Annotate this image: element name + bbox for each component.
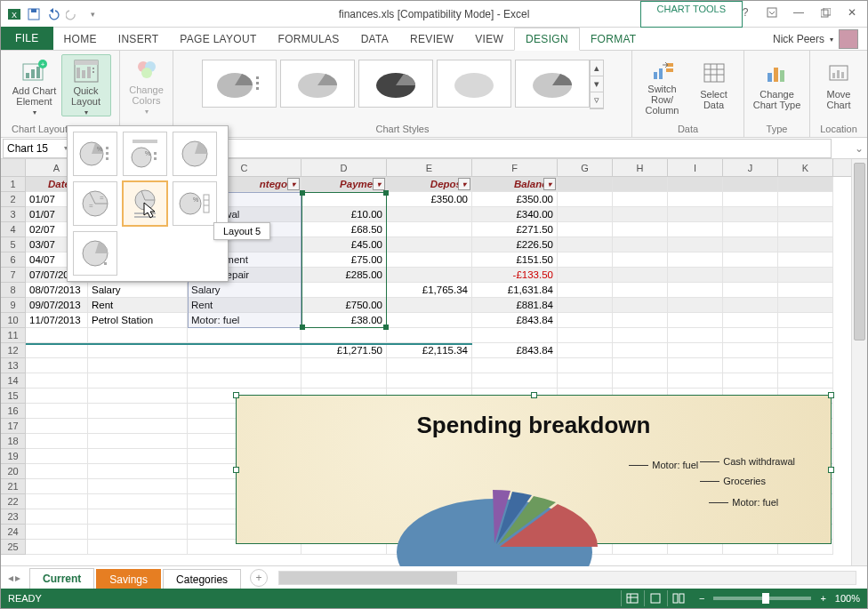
filter-dropdown-icon[interactable]: ▾ [458,178,470,190]
formula-bar-expand-icon[interactable]: ⌄ [851,142,867,155]
row-header[interactable]: 7 [1,268,26,283]
filter-dropdown-icon[interactable]: ▾ [373,178,385,190]
row-header[interactable]: 9 [1,298,26,313]
col-H[interactable]: H [613,159,668,176]
tab-view[interactable]: VIEW [464,28,514,50]
layout-option-6[interactable]: % [173,181,217,226]
row-header[interactable]: 2 [1,192,26,207]
select-data-button[interactable]: Select Data [689,54,739,116]
quick-layout-dropdown[interactable]: % % == % Layout 5 [67,125,229,282]
save-icon[interactable] [26,6,42,22]
view-buttons[interactable] [621,590,690,606]
tab-insert[interactable]: INSERT [108,28,170,50]
styles-scroll[interactable]: ▴▾▿ [590,60,604,109]
zoom-in-button[interactable]: + [820,593,825,604]
zoom-level[interactable]: 100% [835,593,860,604]
qat-dropdown-icon[interactable]: ▾ [84,6,100,22]
row-header[interactable]: 15 [1,389,26,404]
row-header[interactable]: 16 [1,404,26,419]
add-sheet-button[interactable]: + [250,569,268,587]
user-account[interactable]: Nick Peers▾ [773,29,858,49]
quick-layout-button[interactable]: Quick Layout▾ [61,54,111,116]
page-layout-view-icon[interactable] [644,590,667,606]
tab-page-layout[interactable]: PAGE LAYOUT [169,28,267,50]
scrollbar-thumb[interactable] [854,163,865,341]
vertical-scrollbar[interactable] [851,159,867,566]
row-header[interactable]: 14 [1,373,26,389]
tab-review[interactable]: REVIEW [399,28,464,50]
style-thumb-5[interactable] [515,60,590,108]
sheet-tab-savings[interactable]: Savings [96,569,161,589]
formula-input[interactable] [123,139,832,158]
style-thumb-1[interactable] [202,60,277,108]
layout-option-7[interactable] [73,231,117,276]
tab-format[interactable]: FORMAT [580,28,647,50]
row-header[interactable]: 24 [1,525,26,540]
tab-design[interactable]: DESIGN [514,28,580,51]
row-header[interactable]: 1 [1,177,26,192]
row-header[interactable]: 10 [1,313,26,328]
sheet-nav[interactable]: ◂▸ [1,572,28,584]
col-G[interactable]: G [558,159,613,176]
layout-option-3[interactable] [173,132,217,176]
row-header[interactable]: 12 [1,343,26,358]
filter-dropdown-icon[interactable]: ▾ [287,178,300,190]
layout-option-4[interactable]: == [73,181,117,226]
move-chart-button[interactable]: Move Chart [814,54,864,116]
embedded-chart[interactable]: Spending breakdown Motor: fuel Cash with… [236,395,832,544]
sheet-tab-current[interactable]: Current [29,568,94,590]
row-header[interactable]: 25 [1,540,26,555]
tab-data[interactable]: DATA [350,28,399,50]
change-colors-button[interactable]: Change Colors▾ [122,54,172,116]
tab-formulas[interactable]: FORMULAS [268,28,350,50]
redo-icon[interactable] [65,6,81,22]
layout-option-2[interactable]: % [123,132,167,176]
style-thumb-3[interactable] [358,60,433,108]
help-icon[interactable]: ? [732,3,759,22]
row-header[interactable]: 6 [1,252,26,268]
change-chart-type-button[interactable]: Change Chart Type [752,54,802,116]
name-box[interactable]: Chart 15▾ [3,139,72,158]
restore-icon[interactable] [812,3,839,22]
row-header[interactable]: 17 [1,419,26,434]
style-thumb-4[interactable] [437,60,511,108]
col-F[interactable]: F [472,159,558,176]
row-header[interactable]: 13 [1,358,26,373]
select-all-corner[interactable] [1,159,26,176]
chart-title[interactable]: Spending breakdown [237,396,831,439]
switch-row-column-button[interactable]: Switch Row/ Column [638,54,687,116]
row-header[interactable]: 19 [1,449,26,464]
sheet-tab-categories[interactable]: Categories [163,569,241,589]
chart-styles-gallery[interactable] [202,54,590,109]
zoom-slider[interactable] [713,597,811,600]
scrollbar-thumb[interactable] [279,572,457,584]
row-header[interactable]: 21 [1,479,26,494]
zoom-slider-knob[interactable] [762,593,769,604]
row-header[interactable]: 20 [1,464,26,479]
layout-option-5[interactable] [123,181,167,226]
tab-home[interactable]: HOME [53,28,108,50]
zoom-out-button[interactable]: − [699,593,704,604]
minimize-icon[interactable]: — [785,3,812,22]
close-icon[interactable]: ✕ [839,3,865,22]
col-K[interactable]: K [778,159,833,176]
row-header[interactable]: 22 [1,494,26,509]
row-header[interactable]: 5 [1,237,26,252]
row-header[interactable]: 23 [1,509,26,525]
col-E[interactable]: E [387,159,472,176]
tab-file[interactable]: FILE [1,27,53,50]
row-header[interactable]: 8 [1,283,26,298]
row-header[interactable]: 11 [1,328,26,343]
row-header[interactable]: 18 [1,434,26,449]
ribbon-toggle-icon[interactable] [759,3,785,22]
col-D[interactable]: D [301,159,387,176]
add-chart-element-button[interactable]: + Add Chart Element▾ [10,54,60,116]
col-J[interactable]: J [723,159,778,176]
row-header[interactable]: 4 [1,222,26,237]
col-I[interactable]: I [668,159,723,176]
filter-dropdown-icon[interactable]: ▾ [543,178,556,190]
normal-view-icon[interactable] [621,590,644,606]
style-thumb-2[interactable] [280,60,355,108]
page-break-view-icon[interactable] [667,590,690,606]
undo-icon[interactable] [45,6,61,22]
